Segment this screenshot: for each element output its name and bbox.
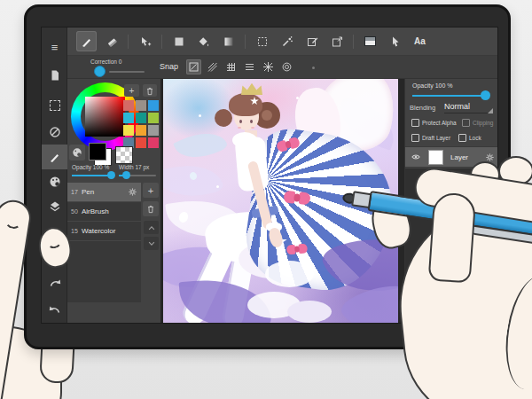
color-palette — [123, 100, 159, 148]
palette-swatch[interactable] — [148, 125, 159, 136]
correction-knob[interactable] — [94, 66, 106, 77]
draft-layer-option[interactable]: Draft Layer — [411, 134, 450, 142]
sidebar-color-tool[interactable] — [42, 169, 67, 194]
magic-wand-tool-button[interactable] — [277, 31, 297, 51]
layer-thumbnail — [428, 150, 443, 165]
layer-opacity-knob[interactable] — [481, 90, 490, 100]
transform-tool-button[interactable] — [301, 31, 322, 51]
width-knob[interactable] — [122, 171, 130, 179]
add-color-button[interactable]: + — [124, 84, 139, 97]
protect-alpha-checkbox[interactable] — [411, 119, 419, 127]
artwork-eye — [239, 120, 242, 123]
divide-canvas-button[interactable] — [360, 31, 380, 51]
snap-cross-icon[interactable] — [261, 59, 276, 74]
select-icon[interactable] — [43, 95, 66, 116]
brush-size: 50 — [67, 208, 82, 215]
divide-canvas-icon — [364, 36, 376, 46]
lock-option[interactable]: Lock — [458, 134, 481, 142]
brush-settings-gear-icon[interactable] — [128, 187, 137, 197]
new-document-icon[interactable] — [43, 65, 66, 86]
artwork-sparkle — [199, 114, 201, 117]
menu-icon[interactable]: ≡ — [43, 36, 66, 58]
transparent-color-swatch[interactable] — [115, 146, 133, 164]
sidebar-brush-tool[interactable] — [42, 145, 67, 169]
snap-parallel-icon[interactable] — [205, 59, 220, 74]
eraser-tool-button[interactable] — [101, 31, 121, 51]
layer-visibility-eye-icon[interactable] — [411, 153, 421, 161]
protect-alpha-option[interactable]: Protect Alpha — [411, 119, 457, 127]
artwork-eye — [250, 120, 253, 123]
lock-checkbox[interactable] — [458, 134, 466, 142]
brush-name: Watercolor — [82, 227, 115, 235]
layer-settings-gear-icon[interactable] — [485, 153, 495, 162]
palette-swatch[interactable] — [148, 100, 159, 111]
checkbox-label: Clipping — [473, 120, 494, 126]
artwork-hair-swirl — [262, 110, 272, 121]
artwork-sparkle — [296, 97, 299, 99]
select-rect-tool-button[interactable] — [252, 31, 272, 51]
artwork-blush — [238, 127, 241, 129]
palette-swatch[interactable] — [136, 113, 146, 123]
cursor-tool-button[interactable] — [385, 31, 405, 51]
brush-opacity-slider[interactable] — [72, 175, 114, 176]
palette-swatch[interactable] — [123, 100, 134, 111]
delete-brush-button[interactable] — [143, 201, 159, 216]
artwork-skirt-ruffle — [265, 261, 314, 287]
magic-wand-icon — [281, 35, 293, 48]
clipping-option[interactable]: Clipping — [462, 119, 494, 127]
saturation-square[interactable] — [85, 97, 125, 137]
pen-tool-button[interactable] — [76, 31, 97, 51]
gradient-icon — [223, 35, 235, 48]
snap-off-icon[interactable] — [186, 59, 201, 74]
palette-swatch[interactable] — [148, 137, 159, 148]
brush-row-airbrush[interactable]: 50 AirBrush — [67, 202, 141, 222]
brush-width-slider[interactable] — [119, 175, 156, 176]
dropdown-corner-icon[interactable] — [488, 108, 493, 113]
brush-row-watercolor[interactable]: 15 Watercolor — [67, 222, 141, 241]
fg-bg-swatches[interactable] — [89, 143, 112, 166]
snap-label: Snap — [160, 62, 178, 71]
palette-swatch[interactable] — [123, 113, 134, 123]
right-hand-thumb — [428, 192, 477, 283]
brush-color-panel: + — [67, 79, 160, 324]
palette-swatch[interactable] — [136, 100, 146, 111]
brush-up-button[interactable] — [144, 221, 159, 234]
snap-horizontal-icon[interactable] — [242, 59, 257, 74]
snap-circle-icon[interactable] — [279, 59, 294, 74]
clipping-checkbox[interactable] — [462, 119, 470, 127]
sidebar-layers-tool[interactable] — [42, 194, 67, 219]
palette-swatch[interactable] — [123, 125, 134, 136]
undo-icon[interactable] — [43, 299, 66, 320]
transform-icon — [306, 35, 318, 48]
toolbar-dot — [312, 66, 315, 69]
palette-chip-button[interactable] — [69, 145, 85, 160]
shape-tool-button[interactable] — [168, 31, 189, 51]
text-tool-button[interactable]: Aa — [410, 31, 430, 51]
redo-icon[interactable] — [43, 272, 66, 293]
blending-label: Blending — [410, 104, 435, 112]
left-sidebar: ≡ — [42, 27, 67, 324]
draft-layer-checkbox[interactable] — [411, 134, 419, 142]
artwork-bangs — [229, 93, 262, 116]
opacity-knob[interactable] — [107, 171, 115, 179]
brush-row-pen[interactable]: 17 Pen — [67, 183, 141, 202]
palette-swatch[interactable] — [136, 137, 146, 148]
correction-label: Correction 0 — [90, 59, 121, 65]
shape-icon — [173, 35, 185, 48]
layer-opacity-slider[interactable] — [412, 95, 487, 97]
bucket-tool-button[interactable] — [193, 31, 214, 51]
blending-dropdown[interactable]: Normal — [444, 102, 470, 111]
artwork-hair-bun — [215, 109, 232, 127]
move-tool-button[interactable] — [135, 31, 155, 51]
brush-down-button[interactable] — [144, 237, 159, 250]
delete-color-button[interactable] — [143, 84, 157, 97]
correction-track[interactable] — [109, 71, 145, 73]
palette-swatch[interactable] — [148, 113, 159, 123]
gradient-tool-button[interactable] — [218, 31, 239, 51]
add-brush-button[interactable]: + — [143, 183, 159, 198]
deselect-icon[interactable] — [43, 121, 66, 143]
palette-swatch[interactable] — [136, 125, 146, 136]
layer-opacity-label: Opacity 100 % — [412, 82, 453, 89]
export-tool-button[interactable] — [326, 31, 347, 51]
snap-grid-icon[interactable] — [223, 59, 239, 74]
